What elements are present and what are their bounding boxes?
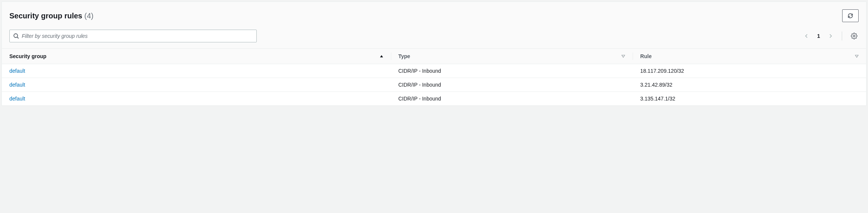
cell-rule: 3.21.42.89/32 [633,78,866,92]
cell-rule: 18.117.209.120/32 [633,64,866,78]
panel-header: Security group rules (4) [2,2,866,49]
sort-asc-icon [380,53,383,59]
refresh-button[interactable] [842,9,859,22]
column-label: Type [398,53,410,59]
chevron-left-icon [804,33,809,39]
security-group-link[interactable]: default [9,96,25,102]
column-header-security-group[interactable]: Security group [2,49,391,64]
cell-type: CIDR/IP - Inbound [391,78,633,92]
settings-button[interactable] [850,32,859,40]
divider [842,32,842,40]
security-group-rules-panel: Security group rules (4) [1,2,867,106]
svg-marker-3 [380,55,383,57]
sort-none-icon [621,53,625,59]
prev-page-button[interactable] [803,32,810,40]
column-label: Security group [9,53,46,59]
title-text: Security group rules [9,12,82,20]
page-number: 1 [816,33,822,39]
column-label: Rule [640,53,651,59]
cell-type: CIDR/IP - Inbound [391,64,633,78]
controls-row: 1 [9,30,859,42]
cell-type: CIDR/IP - Inbound [391,92,633,106]
sort-none-icon [855,53,859,59]
table-body: default CIDR/IP - Inbound 18.117.209.120… [2,64,866,106]
column-header-rule[interactable]: Rule [633,49,866,64]
rules-table: Security group Type [2,49,866,105]
table-row: default CIDR/IP - Inbound 3.21.42.89/32 [2,78,866,92]
table-row: default CIDR/IP - Inbound 18.117.209.120… [2,64,866,78]
next-page-button[interactable] [827,32,834,40]
refresh-icon [847,13,853,19]
search-wrapper [9,30,257,42]
panel-title: Security group rules (4) [9,12,94,20]
svg-marker-4 [622,55,625,57]
chevron-right-icon [828,33,833,39]
cell-rule: 3.135.147.1/32 [633,92,866,106]
table-row: default CIDR/IP - Inbound 3.135.147.1/32 [2,92,866,106]
svg-marker-5 [855,55,858,57]
pagination: 1 [803,32,859,40]
gear-icon [851,33,858,39]
table-header-row: Security group Type [2,49,866,64]
svg-point-2 [853,35,855,37]
search-input[interactable] [9,30,257,42]
security-group-link[interactable]: default [9,68,25,74]
security-group-link[interactable]: default [9,82,25,88]
title-count: (4) [84,12,93,20]
title-row: Security group rules (4) [9,9,859,22]
column-header-type[interactable]: Type [391,49,633,64]
